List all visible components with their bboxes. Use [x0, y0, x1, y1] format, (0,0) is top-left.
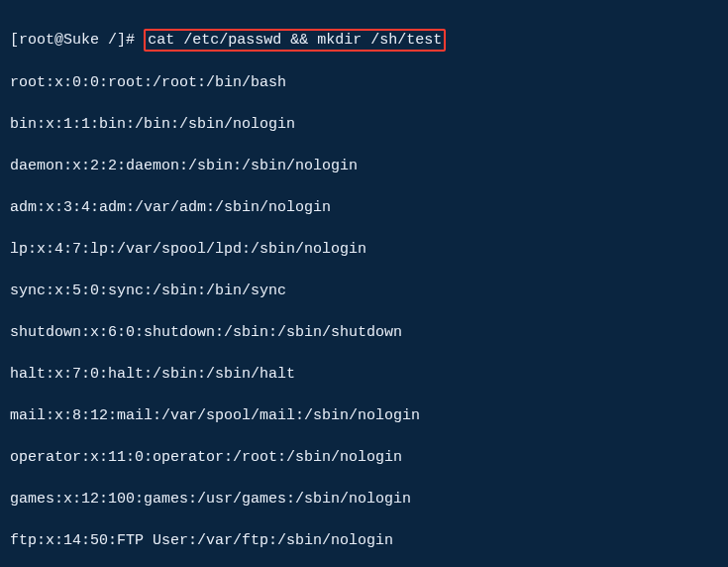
shell-prompt: [root@Suke /]# [10, 32, 144, 49]
output-line: operator:x:11:0:operator:/root:/sbin/nol… [10, 447, 718, 468]
output-line: bin:x:1:1:bin:/bin:/sbin/nologin [10, 114, 718, 135]
output-line: lp:x:4:7:lp:/var/spool/lpd:/sbin/nologin [10, 239, 718, 260]
terminal-window[interactable]: [root@Suke /]# cat /etc/passwd && mkdir … [0, 0, 728, 567]
command-line-1: [root@Suke /]# cat /etc/passwd && mkdir … [10, 29, 718, 52]
output-line: shutdown:x:6:0:shutdown:/sbin:/sbin/shut… [10, 322, 718, 343]
output-line: daemon:x:2:2:daemon:/sbin:/sbin/nologin [10, 156, 718, 176]
output-line: mail:x:8:12:mail:/var/spool/mail:/sbin/n… [10, 405, 718, 426]
output-line: halt:x:7:0:halt:/sbin:/sbin/halt [10, 364, 718, 385]
output-line: adm:x:3:4:adm:/var/adm:/sbin/nologin [10, 197, 718, 218]
highlighted-command: cat /etc/passwd && mkdir /sh/test [144, 29, 446, 52]
output-line: ftp:x:14:50:FTP User:/var/ftp:/sbin/nolo… [10, 530, 718, 551]
output-line: games:x:12:100:games:/usr/games:/sbin/no… [10, 489, 718, 510]
output-line: root:x:0:0:root:/root:/bin/bash [10, 72, 718, 93]
output-line: sync:x:5:0:sync:/sbin:/bin/sync [10, 281, 718, 301]
